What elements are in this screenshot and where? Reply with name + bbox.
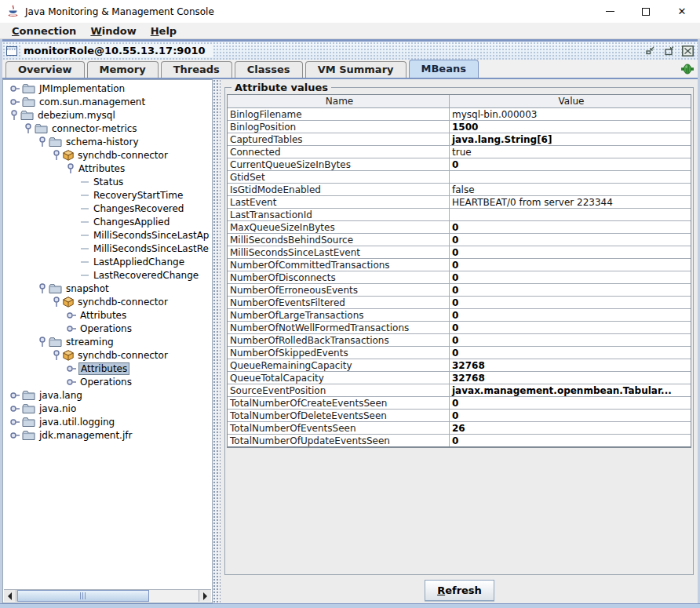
attribute-row-sourceeventposition[interactable]: SourceEventPositionjavax.management.open… (228, 384, 691, 397)
collapse-knob-icon[interactable] (67, 162, 75, 174)
attribute-row-gtidset[interactable]: GtidSet (228, 171, 691, 184)
attribute-row-isgtidmodeenabled[interactable]: IsGtidModeEnabledfalse (228, 184, 691, 196)
tree-node-recoverystarttime[interactable]: RecoveryStartTime (4, 188, 211, 202)
attribute-row-totalnumberofeventsseen[interactable]: TotalNumberOfEventsSeen26 (228, 422, 691, 435)
attribute-row-lasttransactionid[interactable]: LastTransactionId (228, 209, 691, 221)
expand-knob-icon[interactable] (10, 417, 20, 427)
attribute-row-numberofrolledbacktransactions[interactable]: NumberOfRolledBackTransactions0 (228, 334, 691, 347)
tree-node-label: java.nio (38, 403, 78, 414)
collapse-knob-icon[interactable] (10, 109, 18, 121)
expand-knob-icon[interactable] (67, 324, 76, 333)
tree-horizontal-scrollbar[interactable] (4, 589, 211, 602)
tree-node-operations[interactable]: Operations (4, 375, 211, 388)
column-header-value[interactable]: Value (450, 95, 691, 107)
expand-knob-icon[interactable] (10, 391, 20, 400)
attribute-row-numberofnotwellformedtransactions[interactable]: NumberOfNotWellFormedTransactions0 (228, 322, 691, 334)
tree-node-lastappliedchange[interactable]: LastAppliedChange (4, 255, 211, 268)
expand-knob-icon[interactable] (67, 311, 76, 320)
maximize-button[interactable] (628, 0, 664, 23)
menu-help[interactable]: Help (144, 25, 184, 37)
tab-mbeans[interactable]: MBeans (409, 60, 479, 78)
collapse-knob-icon[interactable] (24, 122, 32, 134)
attribute-row-totalnumberofupdateeventsseen[interactable]: TotalNumberOfUpdateEventsSeen0 (228, 435, 691, 447)
attribute-row-numberoflargetransactions[interactable]: NumberOfLargeTransactions0 (228, 309, 691, 322)
frame-close-button[interactable] (681, 44, 695, 57)
tree-node-connector-metrics[interactable]: connector-metrics (4, 122, 211, 135)
attribute-row-numberofdisconnects[interactable]: NumberOfDisconnects0 (228, 271, 691, 284)
tree-node-status[interactable]: Status (4, 175, 211, 188)
tree-node-millisecondssincelastap[interactable]: MilliSecondsSinceLastAp (4, 228, 211, 242)
collapse-knob-icon[interactable] (38, 136, 46, 147)
attribute-row-queueremainingcapacity[interactable]: QueueRemainingCapacity32768 (228, 359, 691, 372)
tree-node-snapshot[interactable]: snapshot (4, 282, 211, 295)
frame-restore-button[interactable] (662, 44, 676, 57)
tree-node-changesapplied[interactable]: ChangesApplied (4, 215, 211, 228)
tree-node-jdk-management-jfr[interactable]: jdk.management.jfr (4, 428, 211, 442)
split-pane-divider[interactable] (213, 79, 221, 603)
attribute-row-numberofcommittedtransactions[interactable]: NumberOfCommittedTransactions0 (228, 259, 691, 271)
tree-node-com-sun-management[interactable]: com.sun.management (4, 95, 211, 108)
attribute-row-queuetotalcapacity[interactable]: QueueTotalCapacity32768 (228, 372, 691, 384)
attribute-row-binlogposition[interactable]: BinlogPosition1500 (228, 121, 691, 133)
tree-node-synchdb-connector[interactable]: synchdb-connector (4, 295, 211, 308)
tree-node-attributes[interactable]: Attributes (4, 308, 211, 322)
expand-knob-icon[interactable] (10, 97, 20, 107)
tree-node-synchdb-connector[interactable]: synchdb-connector (4, 348, 211, 362)
tree-node-synchdb-connector[interactable]: synchdb-connector (4, 148, 211, 162)
expand-knob-icon[interactable] (10, 84, 20, 93)
column-header-name[interactable]: Name (228, 95, 450, 107)
scrollbar-thumb[interactable] (17, 590, 149, 602)
tree-node-operations[interactable]: Operations (4, 322, 211, 335)
attribute-row-capturedtables[interactable]: CapturedTablesjava.lang.String[6] (228, 133, 691, 146)
expand-knob-icon[interactable] (67, 377, 76, 387)
attribute-row-numberofskippedevents[interactable]: NumberOfSkippedEvents0 (228, 347, 691, 359)
tab-overview[interactable]: Overview (5, 61, 85, 78)
attribute-row-lastevent[interactable]: LastEventHEARTBEAT/0 from server 223344 (228, 196, 691, 209)
collapse-knob-icon[interactable] (38, 282, 46, 294)
scroll-left-button[interactable] (4, 590, 16, 602)
attribute-name: NumberOfEventsFiltered (228, 297, 450, 308)
menu-window[interactable]: Window (83, 25, 143, 37)
tab-classes[interactable]: Classes (235, 61, 303, 78)
collapse-knob-icon[interactable] (38, 336, 46, 348)
scroll-right-button[interactable] (199, 590, 211, 602)
refresh-button[interactable]: Refresh (425, 580, 494, 601)
tree-node-attributes[interactable]: Attributes (4, 362, 211, 375)
collapse-knob-icon[interactable] (53, 349, 60, 361)
attribute-row-totalnumberofdeleteeventsseen[interactable]: TotalNumberOfDeleteEventsSeen0 (228, 410, 691, 422)
tree-node-streaming[interactable]: streaming (4, 335, 211, 348)
tree-node-schema-history[interactable]: schema-history (4, 135, 211, 148)
frame-minimize-button[interactable] (643, 44, 657, 57)
attribute-row-connected[interactable]: Connectedtrue (228, 146, 691, 158)
expand-knob-icon[interactable] (10, 431, 20, 440)
attribute-row-binlogfilename[interactable]: BinlogFilenamemysql-bin.000003 (228, 108, 691, 121)
tree-node-attributes[interactable]: Attributes (4, 162, 211, 175)
tree-node-java-lang[interactable]: java.lang (4, 388, 211, 402)
expand-knob-icon[interactable] (67, 364, 76, 373)
tab-threads[interactable]: Threads (161, 61, 232, 78)
scrollbar-track[interactable] (16, 590, 199, 602)
close-button[interactable]: ✕ (664, 0, 700, 23)
attribute-row-numberoferroneousevents[interactable]: NumberOfErroneousEvents0 (228, 284, 691, 297)
frame-titlebar[interactable]: monitorRole@10.55.13.17:9010 (2, 42, 698, 60)
tree-node-debezium-mysql[interactable]: debezium.mysql (4, 108, 211, 122)
tab-memory[interactable]: Memory (87, 61, 159, 78)
attribute-row-millisecondssincelastevent[interactable]: MilliSecondsSinceLastEvent0 (228, 246, 691, 259)
expand-knob-icon[interactable] (10, 404, 20, 413)
minimize-button[interactable] (592, 0, 628, 23)
attribute-row-numberofeventsfiltered[interactable]: NumberOfEventsFiltered0 (228, 297, 691, 309)
collapse-knob-icon[interactable] (53, 296, 60, 308)
tree-node-lastrecoveredchange[interactable]: LastRecoveredChange (4, 268, 211, 282)
tree-node-jmimplementation[interactable]: JMImplementation (4, 82, 211, 95)
attribute-row-totalnumberofcreateeventsseen[interactable]: TotalNumberOfCreateEventsSeen0 (228, 397, 691, 410)
tab-vm-summary[interactable]: VM Summary (305, 61, 407, 78)
tree-node-java-util-logging[interactable]: java.util.logging (4, 415, 211, 428)
tree-node-java-nio[interactable]: java.nio (4, 402, 211, 415)
collapse-knob-icon[interactable] (53, 149, 60, 161)
tree-node-millisecondssincelastre[interactable]: MilliSecondsSinceLastRe (4, 242, 211, 255)
menu-connection[interactable]: Connection (5, 25, 83, 37)
tree-node-changesrecovered[interactable]: ChangesRecovered (4, 202, 211, 215)
attribute-row-maxqueuesizeinbytes[interactable]: MaxQueueSizeInBytes0 (228, 221, 691, 234)
attribute-row-currentqueuesizeinbytes[interactable]: CurrentQueueSizeInBytes0 (228, 158, 691, 171)
attribute-row-millisecondsbehindsource[interactable]: MilliSecondsBehindSource0 (228, 234, 691, 246)
